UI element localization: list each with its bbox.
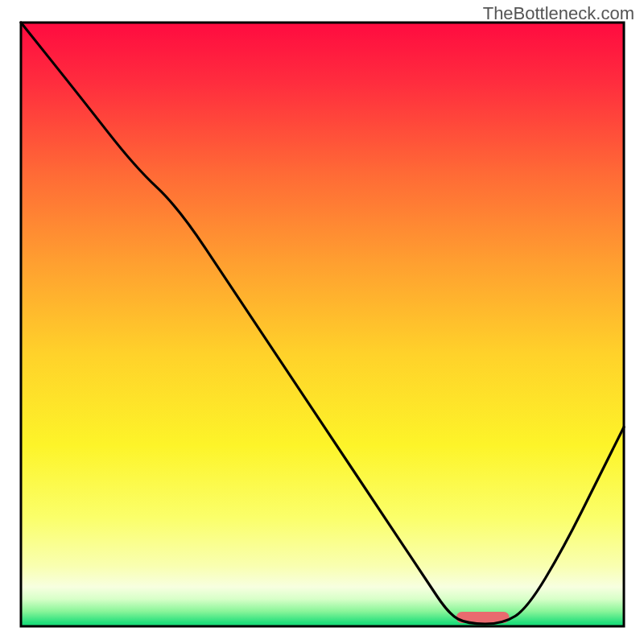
gradient-background: [21, 23, 624, 626]
watermark-text: TheBottleneck.com: [483, 3, 634, 24]
bottleneck-chart: TheBottleneck.com: [0, 0, 644, 644]
chart-svg: [0, 0, 644, 644]
